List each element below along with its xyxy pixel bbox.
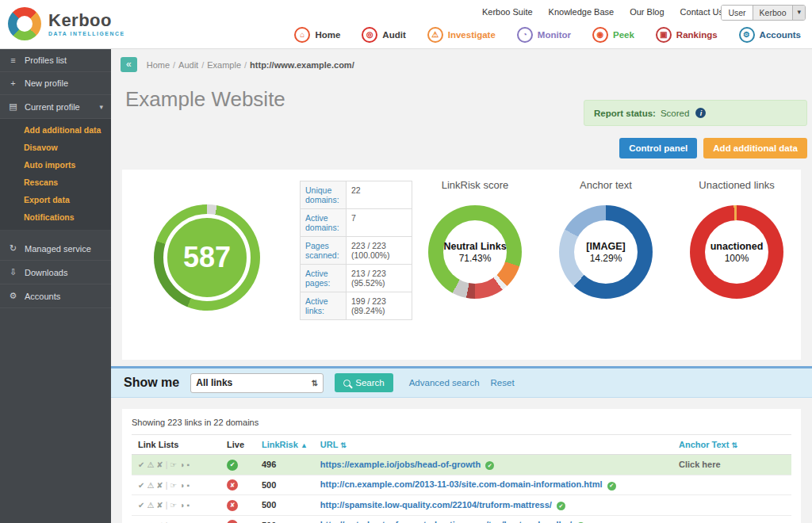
- approve-icon[interactable]: ✔: [138, 481, 144, 490]
- unactioned-donut[interactable]: unactioned 100%: [690, 205, 783, 299]
- nav-monitor[interactable]: ◔ Monitor: [517, 27, 571, 43]
- contrast-icon[interactable]: ◑: [179, 481, 184, 490]
- user-menu-user[interactable]: User: [722, 6, 752, 20]
- sidebar-item-label: Managed service: [25, 244, 91, 254]
- table-row[interactable]: ✔⚠✘|☞◑▪ ✘ 500 http://cn.example.com/2013…: [132, 475, 791, 495]
- sidebar-item-current-profile[interactable]: ▤ Current profile ▾: [0, 95, 111, 119]
- table-row: Unique domains: 22: [301, 181, 412, 209]
- stat-label[interactable]: Unique domains:: [301, 181, 347, 209]
- breadcrumb-home[interactable]: Home: [147, 60, 170, 70]
- table-row[interactable]: ✔⚠✘|☞◑▪ ✘ 500 http://spamsite.low-qualit…: [132, 495, 791, 516]
- stat-label[interactable]: Active links:: [301, 292, 347, 320]
- approve-icon[interactable]: ✔: [138, 460, 144, 469]
- linkrisk-donut[interactable]: Neutral Links 71.43%: [428, 205, 522, 299]
- column-url-sort[interactable]: URL ⇅: [314, 435, 672, 455]
- info-icon[interactable]: i: [695, 108, 706, 118]
- pointer-icon[interactable]: ☞: [170, 501, 177, 510]
- breadcrumb-audit[interactable]: Audit: [178, 60, 198, 70]
- sidebar-subitem-notifications[interactable]: Notifications: [0, 208, 111, 226]
- divider: |: [166, 501, 168, 510]
- remove-icon[interactable]: ✘: [156, 460, 163, 469]
- row-actions: ✔⚠✘|☞◑▪: [132, 515, 220, 523]
- column-anchor-text-sort[interactable]: Anchor Text ⇅: [672, 435, 791, 455]
- donut-center: [IMAGE] 14.29%: [574, 220, 638, 284]
- sidebar-item-new-profile[interactable]: + New profile: [0, 72, 111, 95]
- remove-icon[interactable]: ✘: [156, 481, 163, 490]
- filter-bar: Show me All links ⇅ Search Advanced sear…: [111, 366, 812, 398]
- table-row[interactable]: ✔⚠✘|☞◑▪ ✘ 500 http://waterheater.fernwat…: [132, 515, 791, 523]
- warn-icon[interactable]: ⚠: [147, 501, 154, 510]
- sidebar-item-downloads[interactable]: ⇩ Downloads: [0, 261, 111, 284]
- sidebar-item-profiles-list[interactable]: ≡ Profiles list: [0, 49, 111, 72]
- link-kerboo-suite[interactable]: Kerboo Suite: [482, 7, 533, 17]
- nav-accounts[interactable]: ⚙ Accounts: [739, 27, 801, 43]
- gear-icon: ⚙: [8, 291, 18, 301]
- row-actions: ✔⚠✘|☞◑▪: [132, 455, 220, 475]
- stat-label[interactable]: Active pages:: [301, 265, 347, 292]
- main-content: « Home/Audit/Example/http://www.example.…: [111, 49, 812, 523]
- breadcrumb-trail: Home/Audit/Example/http://www.example.co…: [147, 60, 354, 70]
- warn-icon[interactable]: ⚠: [147, 460, 154, 469]
- profile-stats-table: Unique domains: 22 Active domains: 7 Pag…: [300, 181, 412, 320]
- block-icon[interactable]: ▪: [186, 501, 190, 510]
- show-me-label: Show me: [124, 376, 179, 390]
- url-link[interactable]: https://example.io/jobs/head-of-growth: [320, 460, 481, 469]
- nav-audit[interactable]: ◎ Audit: [362, 27, 405, 43]
- anchor-text-donut[interactable]: [IMAGE] 14.29%: [559, 205, 653, 299]
- sidebar-item-managed-service[interactable]: ↻ Managed service: [0, 237, 111, 261]
- link-contact-us[interactable]: Contact Us: [680, 7, 723, 17]
- refresh-icon: ↻: [8, 243, 18, 254]
- contrast-icon[interactable]: ◑: [179, 460, 184, 469]
- column-linkrisk-sort[interactable]: LinkRisk ▲: [255, 435, 314, 455]
- sidebar-item-label: Accounts: [25, 292, 60, 301]
- sidebar-item-accounts[interactable]: ⚙ Accounts: [0, 284, 111, 308]
- add-additional-data-button[interactable]: Add additional data: [703, 138, 807, 158]
- sidebar-subitem-disavow[interactable]: Disavow: [0, 139, 111, 156]
- table-row[interactable]: ✔⚠✘|☞◑▪ ✔ 496 https://example.io/jobs/he…: [132, 455, 791, 475]
- stat-label[interactable]: Pages scanned:: [301, 237, 347, 265]
- block-icon[interactable]: ▪: [186, 481, 190, 490]
- links-filter-select[interactable]: All links ⇅: [190, 373, 324, 393]
- pointer-icon[interactable]: ☞: [170, 481, 177, 490]
- link-our-blog[interactable]: Our Blog: [630, 7, 664, 17]
- link-knowledge-base[interactable]: Knowledge Base: [549, 7, 615, 17]
- url-link[interactable]: http://cn.example.com/2013-11-03/site.co…: [320, 479, 603, 489]
- pointer-icon[interactable]: ☞: [170, 460, 177, 469]
- warn-icon[interactable]: ⚠: [147, 481, 154, 490]
- kerboo-logo-icon: [8, 7, 41, 40]
- reset-link[interactable]: Reset: [491, 378, 515, 387]
- approve-icon[interactable]: ✔: [138, 501, 144, 510]
- live-status-icon: ✘: [227, 520, 238, 523]
- remove-icon[interactable]: ✘: [156, 501, 163, 510]
- breadcrumb-example[interactable]: Example: [207, 60, 241, 70]
- live-status-icon: ✘: [227, 479, 238, 491]
- control-panel-button[interactable]: Control panel: [619, 138, 697, 158]
- chevron-down-icon[interactable]: ▾: [792, 6, 805, 20]
- url-link[interactable]: http://waterheater.fernwaterheating.com/…: [320, 520, 572, 523]
- breadcrumb-separator: /: [244, 60, 247, 70]
- nav-home[interactable]: ⌂ Home: [294, 27, 340, 43]
- collapse-sidebar-button[interactable]: «: [121, 57, 137, 72]
- kerboo-logo[interactable]: Kerboo DATA INTELLIGENCE: [8, 7, 125, 40]
- contrast-icon[interactable]: ◑: [179, 501, 184, 510]
- sidebar-subitem-auto-imports[interactable]: Auto imports: [0, 156, 111, 174]
- stat-label[interactable]: Active domains:: [301, 209, 347, 237]
- report-status-label: Report status:: [594, 109, 656, 118]
- nav-peek[interactable]: ◉ Peek: [592, 27, 634, 43]
- column-link-lists: Link Lists: [132, 435, 220, 455]
- search-button[interactable]: Search: [335, 373, 393, 392]
- donut-center-label: [IMAGE]: [586, 241, 625, 252]
- advanced-search-link[interactable]: Advanced search: [409, 378, 480, 387]
- nav-investigate[interactable]: ⚠ Investigate: [427, 27, 496, 43]
- user-menu-account[interactable]: Kerboo: [753, 6, 793, 20]
- url-link[interactable]: http://spamsite.low-quality.com/22104/tr…: [320, 500, 552, 510]
- user-menu[interactable]: User Kerboo ▾: [721, 5, 806, 21]
- brand-name: Kerboo: [48, 11, 125, 30]
- block-icon[interactable]: ▪: [186, 460, 190, 469]
- sidebar-subitem-export-data[interactable]: Export data: [0, 191, 111, 208]
- check-circle-icon: ✔: [607, 482, 616, 491]
- sidebar-subitem-add-additional-data[interactable]: Add additional data: [0, 121, 111, 139]
- page-actions: Control panel Add additional data: [619, 138, 807, 158]
- sidebar-subitem-rescans[interactable]: Rescans: [0, 174, 111, 191]
- nav-rankings[interactable]: ▣ Rankings: [656, 27, 718, 43]
